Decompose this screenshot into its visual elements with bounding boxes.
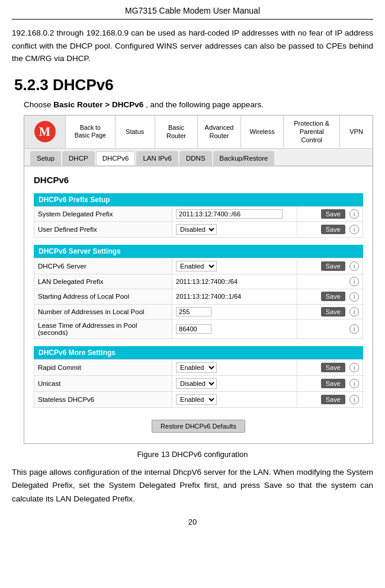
row-value: Enabled Disabled [172, 258, 297, 274]
router-ui-screenshot: M Back to Basic Page Status Basic Router… [24, 115, 373, 444]
section-bar-more-settings: DHCPv6 More Settings [34, 346, 363, 359]
nav-back-to-basic-page[interactable]: Back to Basic Page [66, 116, 116, 148]
table-row: User Defined Prefix Disabled Enabled Sav… [34, 222, 363, 238]
info-icon[interactable]: i [349, 307, 359, 317]
table-row: DHCPv6 Server Enabled Disabled Save i [34, 258, 363, 274]
table-row: Unicast Disabled Enabled Save i [34, 376, 363, 392]
section-bar-prefix-setup: DHCPv6 Prefix Setup [34, 193, 363, 206]
stateless-dhcpv6-select[interactable]: Enabled Disabled [176, 394, 217, 405]
table-row: Number of Addresses in Local Pool Save i [34, 304, 363, 319]
page-title: MG7315 Cable Modem User Manual [12, 6, 373, 20]
content-title: DHCPv6 [34, 175, 363, 185]
row-value: 2011:13:12:7400::/64 [172, 274, 297, 289]
server-settings-table: DHCPv6 Server Enabled Disabled Save i LA… [34, 258, 363, 339]
tab-lan-ipv6[interactable]: LAN IPv6 [136, 151, 178, 165]
save-button[interactable]: Save [321, 379, 345, 388]
table-row: Rapid Commit Enabled Disabled Save i [34, 360, 363, 376]
user-defined-prefix-select[interactable]: Disabled Enabled [176, 224, 217, 235]
row-actions: i [297, 319, 362, 339]
row-label: User Defined Prefix [34, 222, 172, 238]
row-actions: Save i [297, 376, 362, 392]
info-icon[interactable]: i [349, 261, 359, 271]
intro-text: 192.168.0.2 through 192.168.0.9 can be u… [12, 27, 373, 65]
logo-area: M [24, 116, 66, 148]
row-actions: Save i [297, 258, 362, 274]
nav-wireless[interactable]: Wireless [241, 116, 284, 148]
row-label: Unicast [34, 376, 172, 392]
row-label: LAN Delegated Prefix [34, 274, 172, 289]
sub-nav: Setup DHCP DHCPv6 LAN IPv6 DDNS Backup/R… [24, 149, 373, 167]
row-label: Rapid Commit [34, 360, 172, 376]
row-actions: Save i [297, 360, 362, 376]
row-value: Enabled Disabled [172, 392, 297, 408]
table-row: System Delegated Prefix Save i [34, 206, 363, 222]
row-label: Number of Addresses in Local Pool [34, 304, 172, 319]
save-button[interactable]: Save [321, 261, 345, 271]
body-text: This page allows configuration of the in… [12, 466, 373, 506]
choose-instruction: Choose Basic Router > DHCPv6 , and the f… [24, 100, 373, 109]
tab-ddns[interactable]: DDNS [179, 151, 212, 165]
page-number: 20 [12, 517, 373, 526]
table-row: Stateless DHCPv6 Enabled Disabled Save i [34, 392, 363, 408]
nav-status[interactable]: Status [116, 116, 155, 148]
info-icon[interactable]: i [349, 277, 359, 286]
top-nav: M Back to Basic Page Status Basic Router… [24, 116, 373, 149]
row-label: Stateless DHCPv6 [34, 392, 172, 408]
section-heading: 5.2.3 DHCPv6 [14, 76, 373, 94]
nav-advanced-router[interactable]: Advanced Router [198, 116, 241, 148]
row-value: 2011:13:12:7400::1/64 [172, 289, 297, 305]
table-row: Starting Address of Local Pool 2011:13:1… [34, 289, 363, 305]
rapid-commit-select[interactable]: Enabled Disabled [176, 362, 217, 373]
save-button[interactable]: Save [321, 292, 345, 301]
row-actions: i [297, 274, 362, 289]
lease-time-input[interactable] [176, 324, 211, 334]
save-button[interactable]: Save [321, 225, 345, 234]
row-value [172, 304, 297, 319]
unicast-select[interactable]: Disabled Enabled [176, 378, 217, 389]
nav-items: Back to Basic Page Status Basic Router A… [66, 116, 373, 148]
save-button[interactable]: Save [321, 395, 345, 404]
table-row: Lease Time of Addresses in Pool (seconds… [34, 319, 363, 339]
row-actions: Save i [297, 289, 362, 305]
system-delegated-prefix-input[interactable] [176, 209, 283, 219]
table-row: LAN Delegated Prefix 2011:13:12:7400::/6… [34, 274, 363, 289]
figure-caption: Figure 13 DHCPv6 configuration [12, 450, 373, 459]
info-icon[interactable]: i [349, 209, 359, 219]
row-value [172, 319, 297, 339]
motorola-logo: M [34, 121, 56, 142]
info-icon[interactable]: i [349, 292, 359, 302]
row-actions: Save i [297, 206, 362, 222]
save-button[interactable]: Save [321, 363, 345, 372]
more-settings-table: Rapid Commit Enabled Disabled Save i Uni… [34, 359, 363, 408]
row-label: Lease Time of Addresses in Pool (seconds… [34, 319, 172, 339]
row-label: System Delegated Prefix [34, 206, 172, 222]
info-icon[interactable]: i [349, 395, 359, 404]
row-value: Disabled Enabled [172, 376, 297, 392]
row-value [172, 206, 297, 222]
section-bar-server-settings: DHCPv6 Server Settings [34, 245, 363, 258]
save-button[interactable]: Save [321, 307, 345, 317]
tab-dhcpv6[interactable]: DHCPv6 [96, 151, 136, 165]
dhcpv6-server-select[interactable]: Enabled Disabled [176, 261, 217, 271]
restore-area: Restore DHCPv6 Defaults [34, 415, 363, 435]
row-label: DHCPv6 Server [34, 258, 172, 274]
save-button[interactable]: Save [321, 209, 345, 219]
row-value: Enabled Disabled [172, 360, 297, 376]
tab-setup[interactable]: Setup [30, 151, 61, 165]
restore-dhcpv6-defaults-button[interactable]: Restore DHCPv6 Defaults [152, 420, 245, 433]
prefix-setup-table: System Delegated Prefix Save i User Defi… [34, 206, 363, 238]
info-icon[interactable]: i [349, 225, 359, 234]
info-icon[interactable]: i [349, 363, 359, 372]
num-addresses-input[interactable] [176, 307, 211, 317]
row-label: Starting Address of Local Pool [34, 289, 172, 305]
nav-protection[interactable]: Protection & Parental Control [284, 116, 340, 148]
row-actions: Save i [297, 392, 362, 408]
info-icon[interactable]: i [349, 379, 359, 388]
info-icon[interactable]: i [349, 324, 359, 334]
nav-basic-router[interactable]: Basic Router [155, 116, 198, 148]
tab-dhcp[interactable]: DHCP [62, 151, 95, 165]
nav-vpn[interactable]: VPN [340, 116, 373, 148]
tab-backup-restore[interactable]: Backup/Restore [213, 151, 275, 165]
row-actions: Save i [297, 304, 362, 319]
content-area: DHCPv6 DHCPv6 Prefix Setup System Delega… [24, 167, 373, 444]
